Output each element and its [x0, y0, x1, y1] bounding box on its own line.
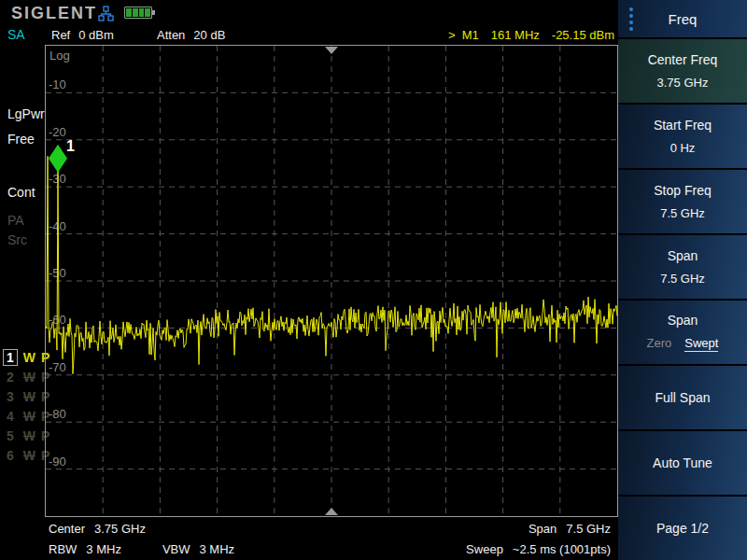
plot-svg: -10-20-30-40-50-60-70-80-90Log1 — [45, 45, 618, 517]
softkey-value: 0 Hz — [670, 141, 696, 155]
center-value: 3.75 GHz — [94, 522, 146, 536]
trace-write-flag: W — [23, 350, 35, 365]
trace-write-flag: W — [23, 370, 35, 385]
span-readout: Span 7.5 GHz — [529, 522, 611, 536]
trace-status-row: 2WP — [3, 367, 45, 386]
trace-status-row: 4WP — [3, 406, 45, 426]
attenuation: Atten 20 dB — [157, 28, 225, 42]
ref-label: Ref — [51, 28, 70, 42]
ref-level: Ref 0 dBm — [51, 28, 114, 42]
softkey-start-freq[interactable]: Start Freq 0 Hz — [618, 105, 747, 168]
span-label: Span — [529, 522, 557, 536]
footer-row-frequency: Center 3.75 GHz Span 7.5 GHz — [45, 522, 614, 536]
y-tick-label: -80 — [49, 407, 66, 421]
trace-number: 5 — [3, 427, 18, 444]
marker-amplitude: -25.15 dBm — [552, 28, 614, 42]
softkey-menu: Freq Center Freq 3.75 GHz Start Freq 0 H… — [618, 0, 747, 560]
softkey-auto-tune[interactable]: Auto Tune — [618, 431, 747, 495]
span-mode-swept[interactable]: Swept — [684, 336, 718, 352]
trace-number: 4 — [3, 408, 18, 425]
rbw-readout: RBW 3 MHz — [49, 542, 121, 556]
center-freq-readout: Center 3.75 GHz — [49, 522, 146, 536]
mode-badge: SA — [7, 27, 25, 42]
vbw-value: 3 MHz — [200, 542, 235, 556]
trace-status-row: 1WP — [3, 347, 45, 367]
rbw-label: RBW — [49, 542, 77, 556]
y-tick-label: -90 — [49, 455, 66, 469]
center-freq-bottom-marker-icon — [325, 508, 338, 515]
trace-number: 2 — [3, 369, 18, 385]
center-label: Center — [49, 522, 85, 536]
sidebar-status-lgpwr: LgPwr — [7, 106, 45, 121]
span-value: 7.5 GHz — [566, 522, 611, 536]
grid-lines — [46, 46, 617, 516]
spectrum-analyzer-screen: SIGLENT SA Ref 0 dBm Atten 20 dB > M1 16… — [0, 0, 747, 560]
footer-row-bandwidth: RBW 3 MHz VBW 3 MHz Sweep ~2.5 ms (1001p… — [45, 542, 614, 556]
trace-number: 3 — [3, 388, 18, 405]
softkey-label: Stop Freq — [654, 183, 711, 198]
status-bar: SA Ref 0 dBm Atten 20 dB > M1 161 MHz -2… — [0, 26, 618, 45]
scale-label: Log — [49, 49, 70, 63]
softkey-stop-freq[interactable]: Stop Freq 7.5 GHz — [618, 170, 747, 233]
sweep-value: ~2.5 ms (1001pts) — [513, 542, 611, 556]
trace-write-flag: W — [23, 389, 35, 404]
softkey-page[interactable]: Page 1/2 — [618, 497, 747, 560]
trace-status-row: 5WP — [3, 426, 45, 445]
trace-write-flag: W — [23, 409, 35, 424]
sidebar-status-free: Free — [7, 132, 35, 147]
softkey-value: 7.5 GHz — [660, 272, 705, 286]
softkey-label: Span — [668, 248, 698, 263]
softkey-span[interactable]: Span 7.5 GHz — [618, 235, 747, 299]
trace-write-flag: W — [23, 428, 35, 443]
sweep-readout: Sweep ~2.5 ms (1001pts) — [466, 542, 611, 556]
vbw-label: VBW — [162, 542, 190, 556]
marker-frequency: 161 MHz — [491, 28, 540, 42]
softkey-span-mode[interactable]: Span Zero Swept — [618, 301, 747, 364]
sweep-label: Sweep — [466, 542, 503, 556]
sidebar-status-src: Src — [7, 232, 27, 247]
softkey-label: Start Freq — [654, 118, 712, 133]
sidebar-status-pa: PA — [7, 213, 24, 228]
softkey-label: Page 1/2 — [656, 521, 709, 536]
spectrum-plot: -10-20-30-40-50-60-70-80-90Log1 — [45, 45, 618, 517]
marker-name: M1 — [462, 28, 479, 42]
trace-status-list: 1WP2WP3WP4WP5WP6WP — [3, 347, 45, 465]
center-freq-top-marker-icon — [325, 47, 338, 54]
marker-prefix: > — [448, 28, 456, 42]
trace-status-row: 6WP — [3, 445, 45, 465]
softkey-value: 3.75 GHz — [657, 76, 709, 90]
battery-icon — [124, 7, 152, 19]
softkey-full-span[interactable]: Full Span — [618, 366, 747, 429]
trace-write-flag: W — [23, 448, 35, 463]
marker-readout: > M1 161 MHz -25.15 dBm — [448, 28, 614, 42]
y-tick-label: -10 — [49, 77, 66, 91]
menu-header: Freq — [618, 0, 747, 37]
softkey-label: Center Freq — [648, 52, 718, 67]
atten-value: 20 dB — [193, 28, 225, 42]
sidebar-status-cont: Cont — [7, 185, 35, 200]
span-mode-toggle: Zero Swept — [647, 336, 719, 352]
ref-value: 0 dBm — [78, 28, 114, 42]
y-tick-label: -20 — [49, 125, 66, 139]
y-tick-label: -70 — [49, 360, 66, 374]
softkey-label: Span — [668, 313, 698, 328]
atten-label: Atten — [157, 28, 185, 42]
softkey-center-freq[interactable]: Center Freq 3.75 GHz — [618, 39, 747, 103]
marker-diamond-icon — [49, 145, 67, 173]
softkey-label: Auto Tune — [653, 455, 712, 470]
siglent-logo: SIGLENT — [11, 4, 97, 23]
softkey-label: Full Span — [655, 390, 710, 405]
rbw-value: 3 MHz — [86, 542, 121, 556]
marker-number-label: 1 — [66, 138, 75, 154]
trace-number: 1 — [3, 349, 18, 366]
softkey-value: 7.5 GHz — [660, 206, 705, 220]
span-mode-zero[interactable]: Zero — [647, 336, 672, 352]
lan-network-icon — [98, 6, 114, 25]
menu-title: Freq — [669, 11, 698, 27]
vbw-readout: VBW 3 MHz — [162, 542, 234, 556]
trace-number: 6 — [3, 447, 18, 464]
trace-status-row: 3WP — [3, 386, 45, 406]
menu-dots-icon[interactable] — [629, 7, 633, 31]
